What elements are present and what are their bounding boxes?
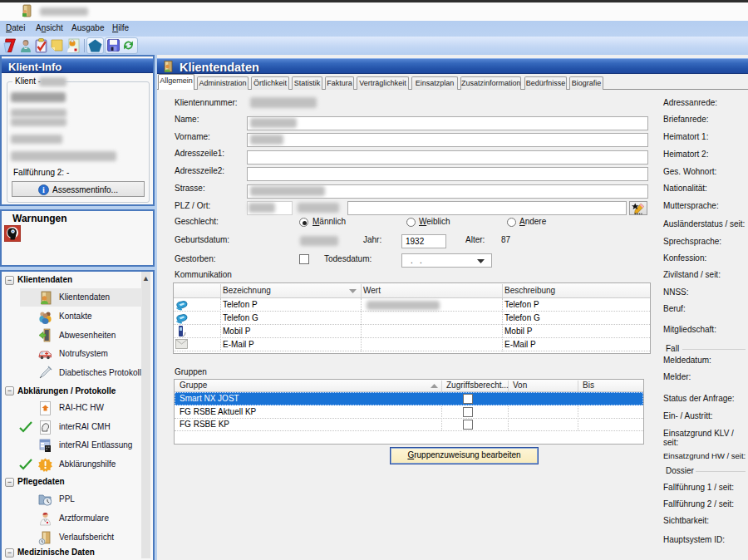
svg-text:i: i [42,185,45,194]
